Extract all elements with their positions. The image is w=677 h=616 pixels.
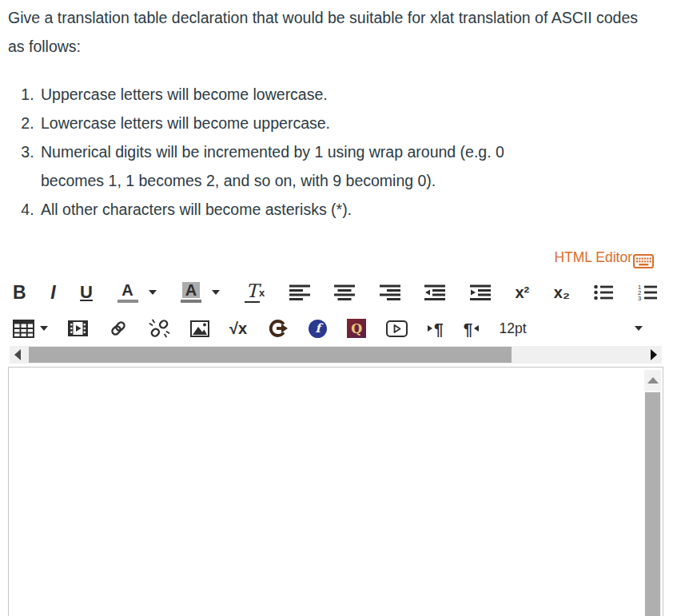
align-right-icon	[380, 284, 400, 300]
external-tool-f-button[interactable]: f	[309, 320, 327, 338]
link-icon	[108, 319, 129, 338]
html-editor-row: HTML Editor	[554, 248, 654, 272]
film-icon	[68, 320, 88, 337]
record-video-button[interactable]	[386, 320, 408, 337]
editor-toolbar-row1: B I U A A Tx	[13, 277, 657, 308]
bullet-list-button[interactable]	[594, 284, 613, 300]
image-button[interactable]	[190, 320, 209, 337]
pilcrow-icon: ¶	[464, 320, 473, 337]
f-tool-icon: f	[309, 320, 327, 338]
indent-button[interactable]	[470, 284, 491, 300]
align-center-icon	[334, 284, 355, 300]
italic-button[interactable]: I	[50, 284, 55, 302]
chevron-down-icon	[635, 326, 643, 331]
outdent-icon	[424, 284, 445, 300]
q-letter: Q	[351, 321, 362, 336]
list-item: Lowercase letters will become uppercase.	[38, 109, 567, 137]
arrow-left-icon	[14, 349, 21, 360]
svg-text:3: 3	[638, 295, 641, 300]
table-group	[13, 320, 48, 338]
f-letter: f	[315, 321, 320, 336]
horizontal-scrollbar-thumb[interactable]	[29, 347, 512, 363]
chevron-down-icon	[212, 290, 220, 295]
text-color-dropdown-button[interactable]	[149, 290, 157, 295]
arrow-up-icon	[647, 377, 659, 384]
question-text: Give a translation table declaration tha…	[8, 3, 643, 224]
clear-formatting-x: x	[259, 287, 265, 299]
equation-button[interactable]: √x	[229, 320, 247, 338]
font-size-select[interactable]: 12pt	[499, 320, 526, 337]
background-color-group: A	[181, 282, 220, 303]
text-color-letter: A	[121, 282, 133, 298]
indent-icon	[470, 284, 491, 300]
background-color-dropdown-button[interactable]	[212, 290, 220, 295]
background-color-bar-icon	[181, 300, 201, 303]
list-item: Uppercase letters will become lowercase.	[38, 80, 567, 109]
text-color-button[interactable]: A	[117, 282, 138, 303]
external-tool-arrow-button[interactable]	[267, 320, 289, 337]
table-dropdown-button[interactable]	[40, 326, 48, 331]
subscript-button[interactable]: x₂	[554, 284, 570, 302]
text-color-bar-icon	[117, 300, 138, 303]
background-color-letter: A	[182, 282, 200, 298]
pilcrow-icon: ¶	[434, 320, 444, 337]
sign-out-arrow-icon	[267, 320, 289, 337]
scroll-left-button[interactable]	[10, 346, 26, 364]
arrow-right-icon	[651, 349, 657, 360]
table-button[interactable]	[13, 320, 34, 338]
numbered-list-button[interactable]: 123	[638, 284, 657, 300]
superscript-button[interactable]: x²	[516, 284, 530, 302]
chevron-down-icon	[149, 290, 157, 295]
triangle-right-icon	[428, 325, 432, 332]
toolbar-overflow-dropdown-button[interactable]	[635, 326, 643, 331]
outdent-button[interactable]	[424, 284, 445, 300]
underline-button[interactable]: U	[80, 284, 93, 301]
scroll-up-button[interactable]	[644, 370, 661, 391]
align-center-button[interactable]	[334, 284, 355, 300]
scroll-right-button[interactable]	[646, 346, 662, 364]
bullet-list-icon	[594, 284, 613, 300]
assignment-question-page: Give a translation table declaration tha…	[0, 0, 677, 616]
numbered-list-icon: 123	[638, 284, 657, 300]
text-color-group: A	[117, 282, 157, 303]
list-item: Numerical digits will be incremented by …	[38, 137, 567, 195]
background-color-button[interactable]: A	[181, 282, 201, 303]
list-item: All other characters will become asteris…	[38, 195, 567, 224]
toolbar-horizontal-scrollbar[interactable]	[10, 346, 662, 364]
html-editor-link[interactable]: HTML Editor	[554, 248, 632, 266]
editor-toolbar-row2: √x f Q ¶ ¶ 12pt	[13, 313, 657, 344]
align-right-button[interactable]	[380, 284, 400, 300]
external-tool-q-button[interactable]: Q	[347, 319, 366, 338]
keyboard-shortcuts-icon[interactable]	[633, 254, 654, 272]
vertical-scrollbar-thumb[interactable]	[645, 392, 660, 616]
clear-formatting-button[interactable]: Tx	[245, 282, 265, 303]
table-icon	[13, 320, 34, 338]
triangle-left-icon	[474, 325, 479, 332]
q-tool-icon: Q	[347, 319, 366, 338]
unlink-icon	[149, 319, 170, 338]
clear-formatting-t: T	[245, 282, 260, 303]
chevron-down-icon	[40, 326, 48, 331]
ltr-direction-button[interactable]: ¶	[428, 320, 444, 337]
link-button[interactable]	[108, 319, 129, 338]
rich-text-editor-area[interactable]	[8, 367, 663, 616]
rtl-direction-button[interactable]: ¶	[464, 320, 480, 337]
bold-button[interactable]: B	[13, 284, 26, 302]
question-intro: Give a translation table declaration tha…	[8, 3, 643, 61]
question-list: Uppercase letters will become lowercase.…	[8, 80, 567, 224]
embed-media-button[interactable]	[68, 320, 88, 337]
unlink-button[interactable]	[149, 319, 170, 338]
image-icon	[190, 320, 209, 337]
align-left-icon	[289, 284, 310, 300]
align-left-button[interactable]	[289, 284, 310, 300]
video-play-icon	[386, 320, 408, 337]
editor-vertical-scrollbar[interactable]	[644, 370, 661, 616]
